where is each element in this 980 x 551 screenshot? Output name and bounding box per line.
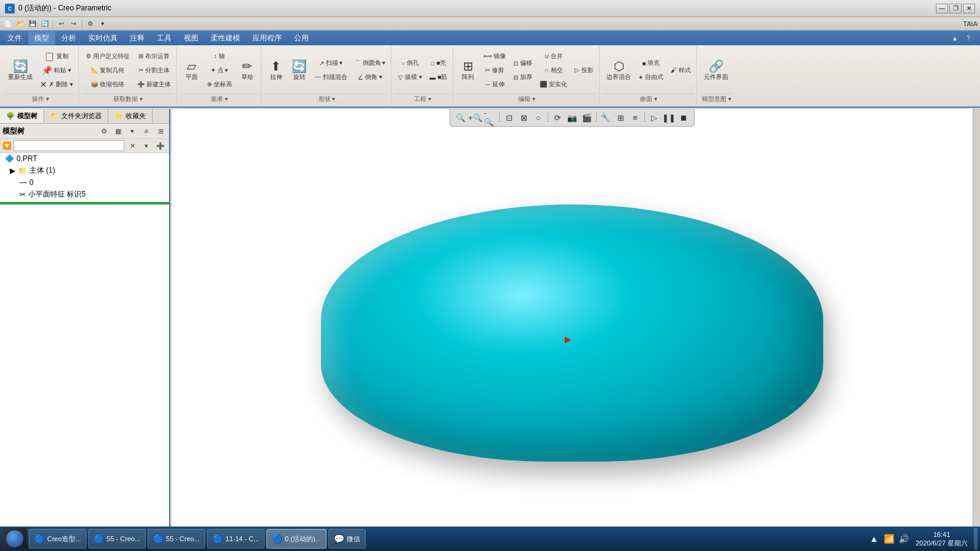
menu-apps[interactable]: 应用程序 [246,31,288,45]
refit-button[interactable]: ⟳ [551,111,564,124]
group-label-modelintent[interactable]: 模型意图 ▾ [701,94,733,104]
start-button[interactable] [2,528,27,550]
copy-button[interactable]: 📋 复制 [37,50,76,63]
layers-button[interactable]: ≡ [628,111,642,124]
tree-settings-button[interactable]: ⚙ [98,126,110,137]
spin-button[interactable]: ▷ [647,111,661,124]
regen-button[interactable]: 🔄 [39,18,50,29]
taskbar-creo-button-3[interactable]: 🔵 55 - Creo... [148,529,205,549]
sketch-button[interactable]: ✏ 草绘 [236,53,258,88]
boolean-button[interactable]: ⊞ 布尔运算 [134,50,174,63]
rib-button[interactable]: ▬ ■筋 [426,70,450,84]
minimize-button[interactable]: — [936,4,948,13]
component-interface-button[interactable]: 🔗 元件界面 [701,53,731,88]
menu-common[interactable]: 公用 [288,31,315,45]
sweep-blend-button[interactable]: 〰 扫描混合 [312,70,350,84]
boundary-blend-button[interactable]: ⬡ 边界混合 [603,53,634,88]
tree-view-button[interactable]: ▦ [112,126,124,137]
stop-button[interactable]: ⏹ [677,111,690,124]
3d-view-button[interactable]: ○ [532,111,545,124]
menu-view[interactable]: 视图 [178,31,205,45]
array-button[interactable]: ⊞ 阵列 [457,53,479,88]
menu-flex[interactable]: 柔性建模 [205,31,246,45]
taskbar-creo-button-2[interactable]: 🔵 55 - Creo... [88,529,146,549]
shrink-wrap-button[interactable]: 📦 收缩包络 [83,78,133,91]
zoom-extent-button[interactable]: 🔍 [454,111,467,124]
viewport[interactable]: 🔍 +🔍 -🔍 ⊡ ⊠ ○ ⟳ 📷 🎬 🔧 ⊞ ≡ ▷ ❚❚ ⏹ ▶ [172,109,973,533]
menu-model[interactable]: 模型 [28,31,55,45]
search-clear-button[interactable]: ✕ [126,140,138,151]
tree-columns-button[interactable]: ≡ [140,126,153,137]
menu-annotation[interactable]: 注释 [124,31,151,45]
tree-item-body1[interactable]: ▶ 📁 主体 (1) [0,164,169,177]
window-controls[interactable]: — ❐ ✕ [936,4,975,13]
coord-button[interactable]: ⊕ 坐标系 [204,78,235,91]
taskbar-creo-button-active[interactable]: 🔵 0 (活动的)... [266,529,326,549]
merge-button[interactable]: ∪ 合并 [537,50,570,63]
copy-geo-button[interactable]: 📐 复制几何 [83,64,133,77]
tb-show-desktop[interactable] [974,528,978,550]
offset-button[interactable]: ⊡ 偏移 [510,56,535,70]
3d-model[interactable]: ▶ [321,204,823,462]
more-button[interactable]: ▾ [97,18,108,29]
group-label-datum[interactable]: 基准 ▾ [181,94,258,104]
draft-button[interactable]: ▽ 拔模 ▾ [395,70,425,84]
thicken-button[interactable]: ⊟ 加厚 [510,70,535,84]
menu-analysis[interactable]: 分析 [55,31,82,45]
hole-button[interactable]: ○ 倒孔 [395,56,425,70]
right-scrollbar[interactable] [973,109,980,533]
menu-simulation[interactable]: 实时仿真 [82,31,124,45]
sweep-button[interactable]: ↗ 扫描 ▾ [312,56,350,70]
taskbar-creo-button-4[interactable]: 🔵 11-14 - C... [207,529,265,549]
point-button[interactable]: ✦ 点 ▾ [204,64,235,77]
select-all-button[interactable]: ⊠ [517,111,530,124]
tree-expand-button[interactable]: ⊞ [154,126,167,137]
new-button[interactable]: 📄 [2,18,13,29]
tb-volume-icon[interactable]: 🔊 [897,533,910,545]
group-label-engineering[interactable]: 工程 ▾ [395,94,450,104]
close-button[interactable]: ✕ [963,4,975,13]
freestyle-button[interactable]: ✦ 自由式 [635,70,666,84]
search-add-button[interactable]: ➕ [154,140,167,151]
display-settings-button[interactable]: 🔧 [599,111,612,124]
settings-button[interactable]: ⚙ [85,18,96,29]
restore-button[interactable]: ❐ [949,4,962,13]
round-button[interactable]: ⌒ 倒圆角 ▾ [352,56,389,70]
body-expand-icon[interactable]: ▶ [10,167,15,175]
save-button[interactable]: 💾 [27,18,38,29]
new-body-button[interactable]: ➕ 新建主体 [134,78,174,91]
style-button[interactable]: 🖌 样式 [668,64,694,77]
tree-search-input[interactable] [13,140,124,151]
chamfer-button[interactable]: ∠ 倒角 ▾ [352,70,389,84]
taskbar-creo-button-1[interactable]: 🔵 Creo造型... [29,529,86,549]
expand-icon[interactable]: ▲ [949,32,960,43]
camera-button[interactable]: 📷 [565,111,579,124]
redo-button[interactable]: ↪ [68,18,79,29]
group-label-surface[interactable]: 曲面 ▾ [603,94,694,104]
tree-item-0[interactable]: — 0 [0,177,169,188]
tree-item-facet[interactable]: ✂ 小平面特征 标识5 [0,188,169,201]
paste-button[interactable]: 📌 粘贴 ▾ [37,64,76,77]
zoom-out-button[interactable]: -🔍 [483,111,497,124]
group-label-getdata[interactable]: 获取数据 ▾ [83,94,174,104]
tree-more-button[interactable]: ▾ [126,126,138,137]
shell-button[interactable]: □ ■壳 [426,56,450,70]
tab-file-browser[interactable]: 📁 文件夹浏览器 [44,109,108,123]
animate-button[interactable]: 🎬 [580,111,594,124]
plane-button[interactable]: ▱ 平面 [181,53,203,88]
search-options-button[interactable]: ▾ [140,140,153,151]
help-icon[interactable]: ? [963,32,974,43]
menu-file[interactable]: 文件 [1,31,28,45]
axis-button[interactable]: ↕ 轴 [204,50,235,63]
group-label-shape[interactable]: 形状 ▾ [265,94,389,104]
fill-button[interactable]: ■ 填充 [635,56,666,70]
zoom-in-button[interactable]: +🔍 [469,111,482,124]
tab-favorites[interactable]: ⭐ 收藏夹 [108,109,153,123]
revolve-button[interactable]: 🔄 旋转 [288,53,311,88]
tab-model-tree[interactable]: 🌳 模型树 [0,109,44,123]
taskbar-clock[interactable]: 16:41 2020/6/27 星期六 [912,530,971,548]
group-label-edit[interactable]: 编辑 ▾ [457,94,597,104]
pause-button[interactable]: ❚❚ [662,111,676,124]
project-button[interactable]: ▷ 投影 [571,64,597,77]
open-button[interactable]: 📂 [15,18,26,29]
